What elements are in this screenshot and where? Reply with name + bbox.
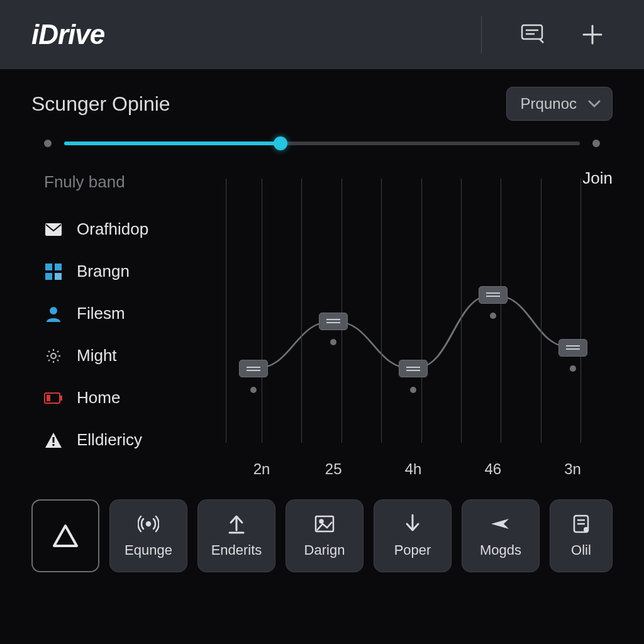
eq-gridline (541, 179, 541, 443)
person-icon (44, 304, 63, 323)
eq-axis-labels: 2n254h463n (214, 449, 613, 480)
eq-axis-tick: 4h (405, 460, 422, 478)
svg-rect-8 (45, 273, 52, 280)
download-icon (402, 513, 423, 535)
tab-equnge[interactable]: Equnge (109, 499, 187, 572)
svg-rect-16 (53, 444, 55, 446)
grid-icon (44, 262, 63, 281)
tab-darign[interactable]: Darign (286, 499, 364, 572)
eq-band-point (570, 365, 576, 372)
svg-rect-0 (522, 25, 542, 39)
eq-gridline (301, 179, 302, 443)
eq-gridline (262, 179, 262, 443)
warning-icon (44, 431, 63, 450)
eq-axis-tick: 2n (253, 460, 270, 478)
tab-enderits[interactable]: Enderits (197, 499, 275, 572)
page-title: Scunger Opinie (31, 92, 494, 116)
eq-axis-tick: 46 (484, 460, 501, 478)
eq-gridline (421, 179, 422, 443)
sidebar-item-label: Might (77, 346, 117, 365)
eq-band-handle[interactable] (319, 313, 348, 330)
sidebar-item-label: Home (77, 388, 120, 408)
tab-poper[interactable]: Poper (374, 499, 452, 572)
note-icon (570, 513, 592, 535)
gear-icon (44, 347, 63, 365)
image-icon (314, 513, 335, 535)
sidebar-item-label: Elldiericy (77, 430, 142, 450)
svg-rect-6 (45, 264, 52, 270)
svg-marker-17 (54, 526, 77, 546)
eq-band-handle[interactable] (239, 360, 268, 377)
sidebar-item-label: Brangn (77, 262, 130, 281)
svg-rect-5 (45, 223, 62, 236)
app-header: iDrive (0, 0, 644, 69)
tab-mogds[interactable]: Mogds (462, 499, 540, 572)
mode-triangle-button[interactable] (31, 499, 99, 572)
battery-icon (44, 389, 63, 408)
sidebar-item-orafhidop[interactable]: Orafhidop (38, 208, 201, 250)
eq-gridline (341, 179, 342, 443)
message-button[interactable] (519, 21, 547, 48)
svg-rect-9 (55, 273, 62, 280)
tab-label: Poper (394, 542, 431, 558)
eq-curve (214, 179, 613, 443)
tab-olil[interactable]: Olil (550, 499, 613, 572)
eq-band-handle[interactable] (479, 286, 508, 304)
sidebar-title: Fnuly band (38, 172, 201, 192)
bottom-bar: Equnge Enderits Darign (0, 480, 644, 597)
eq-gridline (381, 179, 382, 443)
brand-logo: iDrive (31, 19, 481, 50)
broadcast-icon (138, 513, 159, 535)
chevron-down-icon (588, 100, 601, 108)
mail-icon (44, 220, 63, 239)
sidebar-item-label: Filesm (77, 304, 125, 323)
tab-label: Olil (571, 542, 591, 558)
eq-gridline (461, 179, 462, 443)
preset-dropdown[interactable]: Prqunoc (506, 87, 613, 121)
sidebar-item-brangn[interactable]: Brangn (38, 250, 201, 292)
header-actions (481, 16, 613, 53)
eq-band-handle[interactable] (399, 360, 428, 377)
equalizer-grid[interactable]: 2n254h463n (214, 179, 613, 480)
tab-label: Mogds (480, 542, 521, 558)
eq-gridline (580, 179, 581, 443)
equalizer-area: Join 2n254h463n (214, 172, 613, 480)
slider-thumb[interactable] (274, 136, 287, 150)
upload-icon (226, 513, 247, 535)
sidebar: Fnuly band Orafhidop Brangn (38, 172, 201, 480)
message-icon (521, 24, 546, 45)
svg-rect-13 (60, 396, 62, 401)
eq-band-point (410, 387, 416, 393)
sidebar-item-might[interactable]: Might (38, 335, 201, 377)
tab-label: Equnge (125, 542, 172, 558)
eq-axis-tick: 3n (564, 460, 581, 478)
svg-point-22 (320, 520, 323, 523)
sidebar-item-label: Orafhidop (77, 219, 148, 239)
header-divider (481, 16, 482, 53)
tab-label: Darign (304, 542, 345, 558)
svg-rect-14 (47, 395, 50, 401)
slider-max-dot (592, 140, 600, 147)
eq-gridline (501, 179, 501, 443)
svg-point-11 (51, 353, 56, 358)
sub-header: Scunger Opinie Prqunoc (0, 69, 644, 121)
slider-min-dot (44, 140, 52, 147)
svg-point-10 (50, 307, 57, 314)
svg-point-18 (147, 522, 150, 526)
add-button[interactable] (579, 21, 606, 48)
plus-icon (581, 23, 604, 46)
sidebar-item-home[interactable]: Home (38, 377, 201, 419)
svg-rect-15 (53, 437, 55, 443)
triangle-icon (52, 523, 79, 548)
svg-rect-7 (55, 264, 62, 270)
tab-label: Enderits (211, 542, 262, 558)
main-slider-row (0, 121, 644, 153)
eq-band-point (330, 339, 336, 345)
slider-fill (64, 142, 280, 145)
eq-band-handle[interactable] (558, 339, 587, 357)
sidebar-item-filesm[interactable]: Filesm (38, 292, 201, 335)
eq-band-point (490, 313, 496, 319)
eq-axis-tick: 25 (325, 460, 342, 478)
main-slider[interactable] (64, 142, 580, 145)
sidebar-item-elldiericy[interactable]: Elldiericy (38, 419, 201, 461)
